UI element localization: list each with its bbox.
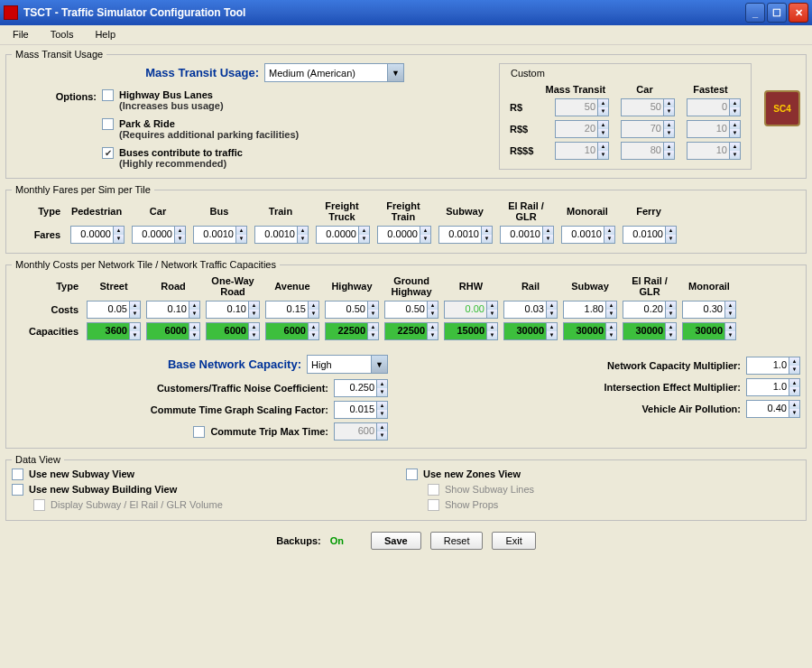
fares-col-hdr: Monorail [557,199,618,224]
mass-transit-select[interactable]: Medium (American) ▼ [264,63,404,82]
net-col-hdr: One-Way Road [203,274,263,299]
checkbox-subway-building[interactable] [12,484,23,496]
reset-button[interactable]: Reset [430,532,484,550]
noise-spinner[interactable]: 0.250▲▼ [334,379,388,397]
checkbox-buses-traffic[interactable]: ✔ [102,147,114,159]
mass-transit-legend: Mass Transit Usage [12,49,106,60]
cost-spinner[interactable]: 0.00▲▼ [444,301,498,319]
capacity-spinner[interactable]: 30000▲▼ [563,322,617,340]
capacity-spinner[interactable]: 15000▲▼ [444,322,498,340]
custom-r1c3[interactable]: 0▲▼ [687,98,741,116]
capacity-spinner[interactable]: 6000▲▼ [265,322,319,340]
net-col-hdr: Monorail [679,274,739,299]
fares-col-hdr: Ferry [618,199,679,224]
net-col-hdr: Street [84,274,143,299]
net-col-hdr: Ground Highway [382,274,441,299]
cost-spinner[interactable]: 0.05▲▼ [87,301,141,319]
cost-spinner[interactable]: 0.03▲▼ [503,301,558,319]
custom-r1c1[interactable]: 50▲▼ [555,98,609,116]
fares-col-hdr: Car [127,199,189,224]
menu-tools[interactable]: Tools [45,28,79,42]
custom-r2c2[interactable]: 70▲▼ [621,120,675,138]
fare-spinner[interactable]: 0.0010▲▼ [254,226,309,244]
cap-mult-spinner[interactable]: 1.0▲▼ [746,357,800,375]
fare-spinner[interactable]: 0.0010▲▼ [561,226,615,244]
capacity-spinner[interactable]: 3600▲▼ [87,322,141,340]
save-button[interactable]: Save [371,532,421,550]
int-mult-spinner[interactable]: 1.0▲▼ [746,378,800,396]
checkbox-park-ride[interactable] [102,118,114,130]
window-title: TSCT - Traffic Simulator Configuration T… [23,6,745,19]
close-button[interactable]: ✕ [789,3,808,23]
pollution-spinner[interactable]: 0.40▲▼ [746,400,800,418]
net-col-hdr: Road [143,274,203,299]
base-cap-select[interactable]: High ▼ [307,355,388,374]
bottom-bar: Backups: On Save Reset Exit [5,526,807,555]
data-view-legend: Data View [12,454,64,465]
checkbox-bus-lanes[interactable] [102,89,114,101]
checkbox-subway-view[interactable] [12,469,23,480]
trip-max-spinner[interactable]: 600▲▼ [334,422,388,441]
cost-spinner[interactable]: 0.50▲▼ [384,301,438,319]
titlebar: TSCT - Traffic Simulator Configuration T… [0,0,812,25]
fare-spinner[interactable]: 0.0010▲▼ [193,226,247,244]
park-ride-label: Park & Ride [119,118,175,129]
checkbox-zones-view[interactable] [406,469,418,480]
chevron-down-icon: ▼ [387,64,403,81]
net-col-hdr: El Rail / GLR [620,274,679,299]
maximize-button[interactable]: ☐ [767,3,787,23]
cost-spinner[interactable]: 0.50▲▼ [325,301,379,319]
fare-spinner[interactable]: 0.0000▲▼ [377,226,431,244]
fare-spinner[interactable]: 0.0000▲▼ [132,226,186,244]
fares-col-hdr: Subway [434,199,495,224]
cost-spinner[interactable]: 1.80▲▼ [563,301,617,319]
fare-spinner[interactable]: 0.0000▲▼ [70,226,125,244]
capacity-spinner[interactable]: 30000▲▼ [503,322,558,340]
base-cap-label: Base Network Capacity: [12,357,307,371]
fares-col-hdr: Freight Train [373,199,434,224]
custom-r2c1[interactable]: 20▲▼ [555,120,609,138]
custom-r3c1[interactable]: 10▲▼ [555,142,609,160]
fare-spinner[interactable]: 0.0100▲▼ [623,226,677,244]
cost-spinner[interactable]: 0.10▲▼ [146,301,200,319]
fares-legend: Monthly Fares per Sim per Tile [12,184,154,195]
capacity-spinner[interactable]: 22500▲▼ [384,322,438,340]
fares-col-hdr: El Rail / GLR [495,199,557,224]
fares-col-hdr: Train [250,199,311,224]
fare-spinner[interactable]: 0.0000▲▼ [316,226,370,244]
menu-file[interactable]: File [7,28,34,42]
custom-r3c2[interactable]: 80▲▼ [621,142,675,160]
cost-spinner[interactable]: 0.15▲▼ [265,301,319,319]
fares-group: Monthly Fares per Sim per Tile TypePedes… [5,184,807,254]
exit-button[interactable]: Exit [492,532,535,550]
network-legend: Monthly Costs per Network Tile / Network… [12,259,280,270]
buses-traffic-label: Buses contribute to traffic [119,147,243,158]
mass-transit-label: Mass Transit Usage: [12,66,264,79]
cost-spinner[interactable]: 0.10▲▼ [206,301,260,319]
capacity-spinner[interactable]: 6000▲▼ [206,322,260,340]
capacity-spinner[interactable]: 22500▲▼ [325,322,379,340]
custom-r2c3[interactable]: 10▲▼ [687,120,741,138]
data-view-group: Data View Use new Subway View Use new Su… [5,454,807,521]
fares-col-hdr: Pedestrian [66,199,127,224]
capacity-spinner[interactable]: 30000▲▼ [682,322,736,340]
bus-lanes-label: Highway Bus Lanes [119,89,213,100]
commute-spinner[interactable]: 0.015▲▼ [334,401,388,419]
checkbox-show-props [428,499,439,511]
checkbox-trip-max[interactable] [193,426,205,438]
capacity-spinner[interactable]: 30000▲▼ [623,322,677,340]
chevron-down-icon: ▼ [371,356,387,373]
minimize-button[interactable]: _ [745,3,765,23]
backups-value: On [330,535,344,546]
net-col-hdr: Rail [501,274,560,299]
custom-r1c2[interactable]: 50▲▼ [621,98,675,116]
custom-r3c3[interactable]: 10▲▼ [687,142,741,160]
menubar: File Tools Help [0,25,812,45]
cost-spinner[interactable]: 0.20▲▼ [623,301,677,319]
fare-spinner[interactable]: 0.0010▲▼ [500,226,554,244]
menu-help[interactable]: Help [89,28,121,42]
cost-spinner[interactable]: 0.30▲▼ [682,301,736,319]
fare-spinner[interactable]: 0.0010▲▼ [438,226,493,244]
checkbox-show-subway-lines [428,484,439,496]
capacity-spinner[interactable]: 6000▲▼ [146,322,200,340]
